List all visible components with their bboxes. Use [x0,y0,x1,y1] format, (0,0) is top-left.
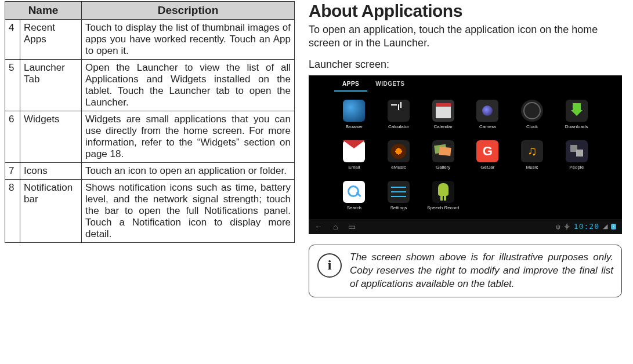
people-icon [566,140,588,162]
app-getjar[interactable]: GGetJar [466,140,509,179]
app-label: GetJar [480,165,494,170]
emusic-icon [388,140,410,162]
app-label: Speech Record [427,205,459,210]
app-label: Calendar [433,124,452,129]
info-callout: i The screen shown above is for illustra… [309,245,622,297]
row-desc: Open the Launcher to view the list of al… [82,60,295,111]
app-email[interactable]: Email [333,140,375,179]
home-icon[interactable]: ⌂ [333,222,338,231]
row-num: 8 [5,180,20,243]
row-name: Widgets [20,111,82,163]
music-icon [521,140,543,162]
browser-icon [343,100,365,122]
app-people[interactable]: People [555,140,598,179]
tab-apps[interactable]: APPS [334,77,367,92]
app-label: Browser [346,124,363,129]
search-icon [343,181,365,203]
info-text: The screen shown above is for illustrati… [350,251,613,291]
row-desc: Touch an icon to open an application or … [82,163,295,180]
app-label: People [569,165,584,170]
app-search[interactable]: Search [333,181,375,219]
table-row: 7IconsTouch an icon to open an applicati… [5,163,295,180]
app-label: Email [348,165,360,170]
app-label: Gallery [436,165,450,170]
app-label: Search [347,205,361,210]
app-gallery[interactable]: Gallery [422,140,464,179]
row-name: Recent Apps [20,20,82,60]
th-desc: Description [82,2,295,20]
app-speech-record[interactable]: Speech Record [422,181,464,219]
gallery-icon [432,140,454,162]
row-desc: Widgets are small applications that you … [82,111,295,163]
desc-table: Name Description 4Recent AppsTouch to di… [5,1,295,243]
app-label: Calculator [388,124,409,129]
wifi-icon: ⸎ [564,223,570,230]
launcher-screenshot: APPSWIDGETS BrowserCalculatorCalendarCam… [309,75,622,234]
calendar-icon [432,100,454,122]
signal-icon: ◢ [603,223,607,230]
table-row: 4Recent AppsTouch to display the list of… [5,20,295,60]
row-name: Notification bar [20,180,82,243]
usb-icon: ψ [556,223,560,230]
row-num: 5 [5,60,20,111]
app-label: eMusic [391,165,406,170]
app-browser[interactable]: Browser [333,100,375,138]
app-label: Music [526,165,538,170]
row-name: Icons [20,163,82,180]
tab-bar: APPSWIDGETS [309,75,622,92]
app-camera[interactable]: Camera [466,100,509,138]
app-settings[interactable]: Settings [378,181,420,219]
table-row: 5Launcher TabOpen the Launcher to view t… [5,60,295,111]
row-desc: Touch to display the list of thumbnail i… [82,20,295,60]
table-row: 8Notification barShows notification icon… [5,180,295,243]
calculator-icon [388,100,410,122]
app-clock[interactable]: Clock [511,100,554,138]
app-label: Settings [390,205,407,210]
tab-widgets[interactable]: WIDGETS [367,77,413,92]
downloads-icon [566,100,588,122]
row-name: Launcher Tab [20,60,82,111]
app-calendar[interactable]: Calendar [422,100,464,138]
app-calculator[interactable]: Calculator [378,100,420,138]
row-num: 6 [5,111,20,163]
row-desc: Shows notification icons such as time, b… [82,180,295,243]
app-music[interactable]: Music [511,140,554,179]
getjar-icon: G [476,140,498,162]
app-grid: BrowserCalculatorCalendarCameraClockDown… [309,92,622,219]
app-label: Downloads [565,124,588,129]
back-icon[interactable]: ← [314,222,323,231]
clock-icon [521,100,543,122]
row-num: 4 [5,20,20,60]
th-name: Name [5,2,82,20]
settings-icon [388,181,410,203]
app-downloads[interactable]: Downloads [555,100,598,138]
app-emusic[interactable]: eMusic [378,140,420,179]
table-row: 6WidgetsWidgets are small applications t… [5,111,295,163]
lead-text: To open an application, touch the applic… [309,23,622,50]
bt-icon: ᛒ [611,224,616,230]
nav-bar: ← ⌂ ▭ ψ ⸎ 10:20 ◢ ᛒ [309,219,622,234]
sub-text: Launcher screen: [309,59,622,71]
camera-icon [476,100,498,122]
email-icon [343,140,365,162]
app-label: Clock [526,124,538,129]
row-num: 7 [5,163,20,180]
info-icon: i [317,253,342,278]
clock-text: 10:20 [574,222,599,231]
speech-record-icon [432,181,454,203]
recent-icon[interactable]: ▭ [348,222,356,231]
app-label: Camera [479,124,495,129]
page-title: About Applications [309,1,622,21]
